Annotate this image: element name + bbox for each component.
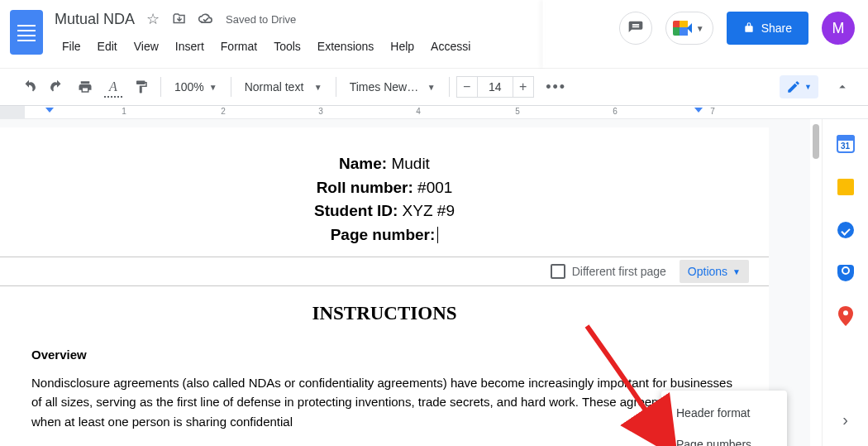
ruler-num: 4 (416, 107, 421, 116)
avatar-letter: M (832, 20, 845, 37)
body-heading: Overview (31, 348, 737, 362)
more-button[interactable]: ••• (544, 74, 569, 99)
header-pagenum-label: Page number: (331, 226, 436, 243)
chevron-down-icon: ▼ (427, 83, 436, 92)
font-size-decrease[interactable]: − (456, 76, 478, 98)
contacts-icon[interactable] (836, 263, 856, 283)
lock-icon (743, 22, 755, 36)
zoom-dropdown[interactable]: 100% ▼ (168, 74, 224, 99)
share-button[interactable]: Share (727, 12, 808, 45)
font-value: Times New… (350, 80, 419, 94)
ruler-num: 1 (122, 107, 126, 116)
menu-help[interactable]: Help (383, 36, 422, 56)
ruler-left-indent-icon[interactable] (45, 108, 54, 113)
menu-view[interactable]: View (126, 36, 166, 56)
comments-button[interactable] (619, 12, 652, 45)
print-button[interactable] (73, 74, 98, 99)
calendar-day: 31 (841, 141, 850, 151)
chevron-down-icon: ▼ (696, 24, 704, 33)
page-body[interactable]: INSTRUCTIONS Overview Nondisclosure agre… (0, 286, 769, 446)
title-area: Mutual NDA ☆ Saved to Drive File Edit Vi… (55, 7, 478, 56)
toolbar: A 100% ▼ Normal text ▼ Times New… ▼ − 14… (0, 68, 868, 106)
menu-extensions[interactable]: Extensions (310, 36, 381, 56)
app-header: Mutual NDA ☆ Saved to Drive File Edit Vi… (0, 0, 868, 68)
options-label: Options (688, 265, 727, 278)
style-value: Normal text (245, 80, 304, 94)
collapse-toolbar-button[interactable] (830, 74, 855, 99)
calendar-icon[interactable]: 31 (836, 134, 856, 154)
ruler-num: 2 (221, 107, 226, 116)
options-menu-page-numbers[interactable]: Page numbers (661, 429, 787, 446)
save-status: Saved to Drive (226, 13, 296, 26)
separator (449, 77, 450, 97)
checkbox-icon (551, 264, 565, 279)
header-name-value: Mudit (387, 155, 430, 172)
menu-bar: File Edit View Insert Format Tools Exten… (55, 36, 478, 56)
body-paragraph: Nondisclosure agreements (also called ND… (31, 373, 737, 431)
ruler-num: 6 (613, 107, 618, 116)
document-title[interactable]: Mutual NDA (55, 11, 135, 28)
header-roll-value: #001 (413, 179, 453, 196)
font-size-control: − 14 + (456, 76, 534, 98)
font-dropdown[interactable]: Times New… ▼ (343, 74, 442, 99)
different-first-page-label: Different first page (572, 265, 666, 278)
undo-button[interactable] (17, 74, 41, 99)
ruler-num: 3 (318, 107, 323, 116)
meet-icon (673, 21, 691, 36)
header-sid-label: Student ID: (314, 202, 398, 219)
options-menu: Header format Page numbers Remove header (661, 391, 787, 446)
scrollbar-thumb[interactable] (813, 124, 819, 159)
side-panel-expand-button[interactable]: › (842, 410, 848, 429)
menu-insert[interactable]: Insert (168, 36, 212, 56)
body-title: INSTRUCTIONS (31, 303, 737, 324)
keep-icon[interactable] (836, 177, 856, 197)
spellcheck-button[interactable]: A (101, 74, 126, 99)
header-roll-label: Roll number: (317, 179, 413, 196)
header-sid-value: XYZ #9 (398, 202, 455, 219)
chevron-down-icon: ▼ (804, 83, 812, 91)
header-name-label: Name: (339, 155, 387, 172)
chevron-down-icon: ▼ (732, 267, 741, 276)
font-size-increase[interactable]: + (513, 76, 534, 98)
redo-button[interactable] (45, 74, 69, 99)
separator (336, 77, 336, 97)
zoom-value: 100% (174, 80, 204, 94)
header-options-bar: Different first page Options ▼ (0, 257, 769, 286)
menu-format[interactable]: Format (213, 36, 265, 56)
svg-point-0 (843, 310, 848, 315)
editing-mode-button[interactable]: ▼ (780, 75, 818, 98)
page[interactable]: Name: Mudit Roll number: #001 Student ID… (0, 127, 769, 446)
font-size-value[interactable]: 14 (478, 76, 513, 98)
side-panel: 31 › (822, 119, 868, 446)
docs-logo-icon[interactable] (10, 10, 43, 55)
options-menu-header-format[interactable]: Header format (661, 397, 787, 429)
maps-icon[interactable] (836, 306, 856, 326)
document-area: Name: Mudit Roll number: #001 Student ID… (0, 119, 868, 446)
ruler-num: 7 (710, 107, 715, 116)
header-options-button[interactable]: Options ▼ (680, 260, 749, 283)
ruler[interactable]: 1 2 3 4 5 6 7 (0, 106, 868, 119)
menu-file[interactable]: File (55, 36, 88, 56)
ruler-num: 5 (515, 107, 520, 116)
document-scroll[interactable]: Name: Mudit Roll number: #001 Student ID… (0, 119, 822, 446)
cloud-saved-icon[interactable] (198, 11, 214, 27)
tasks-icon[interactable] (836, 220, 856, 240)
move-icon[interactable] (171, 11, 188, 27)
chevron-down-icon: ▼ (314, 83, 322, 92)
star-icon[interactable]: ☆ (145, 11, 161, 27)
menu-accessibility[interactable]: Accessi (423, 36, 478, 56)
avatar[interactable]: M (822, 12, 855, 45)
share-label: Share (761, 22, 792, 35)
menu-tools[interactable]: Tools (266, 36, 308, 56)
text-cursor (437, 227, 438, 243)
different-first-page-checkbox[interactable]: Different first page (551, 264, 666, 279)
menu-edit[interactable]: Edit (90, 36, 125, 56)
divider (543, 0, 545, 68)
ruler-right-indent-icon[interactable] (694, 108, 703, 113)
meet-button[interactable]: ▼ (665, 12, 713, 45)
separator (231, 77, 231, 97)
style-dropdown[interactable]: Normal text ▼ (238, 74, 329, 99)
page-header-content[interactable]: Name: Mudit Roll number: #001 Student ID… (0, 127, 769, 257)
paint-format-button[interactable] (129, 74, 154, 99)
scrollbar[interactable] (810, 119, 822, 446)
